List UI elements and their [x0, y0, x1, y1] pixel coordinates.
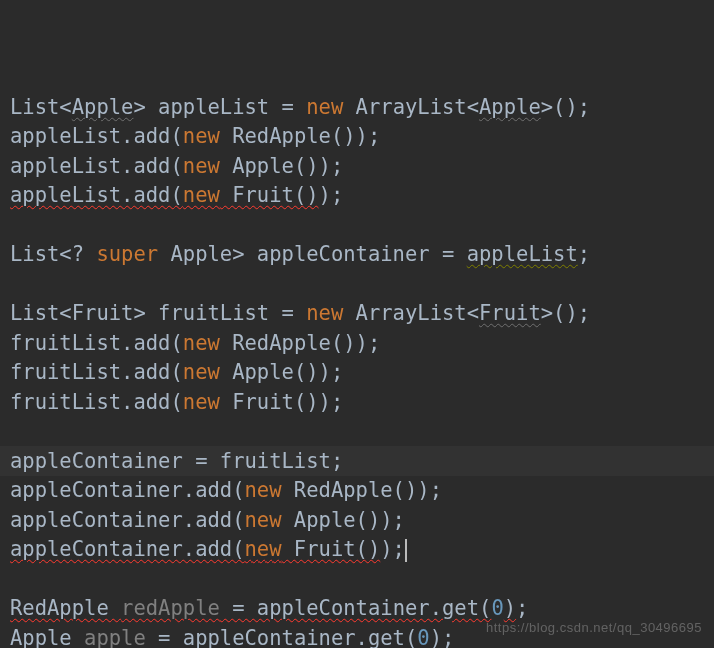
code-token: new	[183, 390, 220, 414]
code-token: RedApple	[10, 596, 121, 620]
code-line: appleContainer.add(new Apple());	[10, 506, 714, 536]
code-token: );	[319, 183, 344, 207]
code-token: appleContainer.add(	[10, 537, 245, 561]
code-line: appleContainer.add(new Fruit());	[10, 535, 714, 565]
code-token: Apple	[479, 95, 541, 119]
code-line	[10, 565, 714, 595]
code-token: appleList.add(	[10, 183, 183, 207]
code-token: ;	[442, 626, 454, 649]
code-token: new	[183, 360, 220, 384]
code-line: List<Fruit> fruitList = new ArrayList<Fr…	[10, 299, 714, 329]
code-token: List<Fruit> fruitList =	[10, 301, 306, 325]
code-line: fruitList.add(new Apple());	[10, 358, 714, 388]
code-token: ;	[578, 242, 590, 266]
code-token: > appleList =	[133, 95, 306, 119]
code-token: Apple());	[220, 154, 343, 178]
code-line	[10, 270, 714, 300]
code-token: fruitList.add(	[10, 331, 183, 355]
code-token: Fruit()	[282, 537, 381, 561]
code-token: 0	[417, 626, 429, 649]
code-content: List<Apple> appleList = new ArrayList<Ap…	[10, 93, 714, 649]
code-token: ArrayList<	[343, 95, 479, 119]
code-token: new	[245, 478, 282, 502]
code-token: Fruit());	[220, 390, 343, 414]
code-token: new	[306, 301, 343, 325]
code-token: List<	[10, 95, 72, 119]
code-token: fruitList.add(	[10, 360, 183, 384]
code-token: appleList.add(	[10, 124, 183, 148]
code-token: new	[183, 124, 220, 148]
code-line: appleList.add(new RedApple());	[10, 122, 714, 152]
code-line: appleContainer = fruitList;	[10, 447, 714, 477]
code-token: Apple());	[220, 360, 343, 384]
code-line: List<? super Apple> appleContainer = app…	[10, 240, 714, 270]
code-line: appleList.add(new Apple());	[10, 152, 714, 182]
code-token: Apple());	[282, 508, 405, 532]
code-token: = appleContainer.get(	[146, 626, 418, 649]
code-line: fruitList.add(new RedApple());	[10, 329, 714, 359]
code-token: appleContainer.add(	[10, 478, 245, 502]
code-token: RedApple());	[220, 124, 380, 148]
code-token: Apple> appleContainer =	[158, 242, 467, 266]
code-token: appleContainer.add(	[10, 508, 245, 532]
code-token: Apple	[10, 626, 84, 649]
code-token: new	[183, 331, 220, 355]
code-token: RedApple());	[220, 331, 380, 355]
code-token: Fruit	[479, 301, 541, 325]
code-token: Fruit()	[220, 183, 319, 207]
code-token: );	[380, 537, 405, 561]
code-token: redApple	[121, 596, 220, 620]
code-token: RedApple());	[282, 478, 442, 502]
code-token: Apple	[72, 95, 134, 119]
code-token: apple	[84, 626, 146, 649]
code-token: appleList.add(	[10, 154, 183, 178]
watermark-text: https://blog.csdn.net/qq_30496695	[486, 613, 702, 643]
code-token: fruitList.add(	[10, 390, 183, 414]
text-caret	[405, 539, 407, 562]
code-editor[interactable]: List<Apple> appleList = new ArrayList<Ap…	[0, 0, 714, 648]
code-token: new	[183, 154, 220, 178]
code-line: appleContainer.add(new RedApple());	[10, 476, 714, 506]
code-token: super	[96, 242, 158, 266]
code-line	[10, 417, 714, 447]
code-token: >();	[541, 95, 590, 119]
code-token: new	[183, 183, 220, 207]
code-token: new	[245, 508, 282, 532]
code-line: fruitList.add(new Fruit());	[10, 388, 714, 418]
code-token: List<?	[10, 242, 96, 266]
code-line: appleList.add(new Fruit());	[10, 181, 714, 211]
code-token: )	[430, 626, 442, 649]
code-token: ArrayList<	[343, 301, 479, 325]
code-token: appleList	[467, 242, 578, 266]
code-line	[10, 211, 714, 241]
code-token: = appleContainer.get(	[220, 596, 492, 620]
code-line: List<Apple> appleList = new ArrayList<Ap…	[10, 93, 714, 123]
code-token: new	[245, 537, 282, 561]
code-token: >();	[541, 301, 590, 325]
code-token: new	[306, 95, 343, 119]
code-token: appleContainer = fruitList;	[10, 449, 343, 473]
